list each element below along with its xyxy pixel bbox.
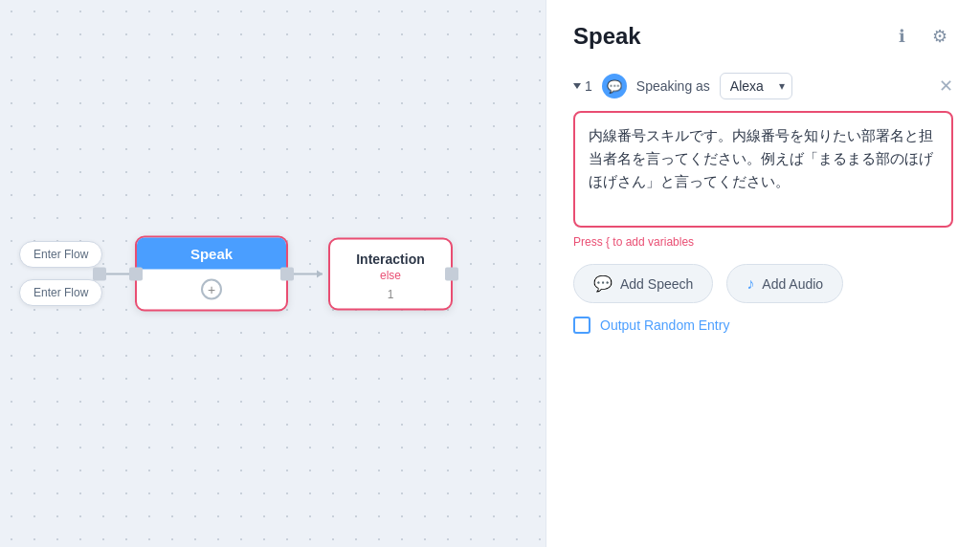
output-random-label[interactable]: Output Random Entry bbox=[600, 317, 729, 333]
speak-node-header: Speak bbox=[137, 238, 286, 270]
speak-node[interactable]: Speak + bbox=[135, 236, 288, 312]
speech-textarea[interactable] bbox=[589, 124, 938, 210]
enter-flow-group: Enter Flow Enter Flow bbox=[19, 241, 102, 306]
speak-panel: Speak ℹ ⚙ 1 💬 Speaking as Alexa Brian Am… bbox=[546, 0, 980, 547]
enter-flow-button-1[interactable]: Enter Flow bbox=[19, 241, 102, 268]
add-speech-button[interactable]: 💬 Add Speech bbox=[573, 264, 713, 303]
speech-number[interactable]: 1 bbox=[573, 78, 592, 94]
audio-icon: ♪ bbox=[746, 275, 754, 293]
flow-diagram: Speak + Interaction else 1 bbox=[93, 236, 453, 312]
speaking-as-label: Speaking as bbox=[636, 78, 710, 94]
flow-canvas: Enter Flow Enter Flow Speak + Interactio… bbox=[0, 0, 546, 547]
voice-select-wrapper: Alexa Brian Amy bbox=[720, 73, 792, 99]
interaction-node[interactable]: Interaction else 1 bbox=[328, 237, 453, 310]
speech-type-icon: 💬 bbox=[602, 74, 627, 98]
collapse-icon bbox=[573, 83, 581, 89]
arrow-2 bbox=[294, 273, 323, 274]
speech-index: 1 bbox=[585, 78, 592, 94]
add-speech-label: Add Speech bbox=[620, 276, 693, 292]
add-audio-button[interactable]: ♪ Add Audio bbox=[726, 264, 843, 303]
interaction-node-subtitle: else bbox=[340, 268, 441, 281]
action-buttons: 💬 Add Speech ♪ Add Audio bbox=[573, 264, 953, 303]
enter-flow-button-2[interactable]: Enter Flow bbox=[19, 279, 102, 306]
speech-icon: 💬 bbox=[593, 274, 612, 293]
speech-textarea-wrapper bbox=[573, 111, 953, 228]
interaction-node-badge: 1 bbox=[340, 287, 441, 300]
speak-port-left bbox=[129, 267, 143, 280]
add-audio-label: Add Audio bbox=[762, 276, 823, 292]
gear-icon-button[interactable]: ⚙ bbox=[926, 23, 953, 50]
output-random-checkbox[interactable] bbox=[573, 317, 590, 334]
panel-header: Speak ℹ ⚙ bbox=[573, 23, 953, 50]
input-port bbox=[93, 267, 106, 280]
interaction-node-title: Interaction bbox=[340, 251, 441, 266]
output-random-row: Output Random Entry bbox=[573, 317, 953, 334]
speak-add-button[interactable]: + bbox=[201, 279, 222, 300]
interaction-port-right bbox=[445, 267, 458, 280]
panel-title: Speak bbox=[573, 23, 641, 50]
speak-port-right bbox=[280, 267, 294, 280]
close-speech-button[interactable]: ✕ bbox=[939, 76, 953, 97]
variables-hint: Press { to add variables bbox=[573, 235, 953, 249]
panel-icons: ℹ ⚙ bbox=[888, 23, 953, 50]
info-icon-button[interactable]: ℹ bbox=[888, 23, 915, 50]
voice-select[interactable]: Alexa Brian Amy bbox=[720, 73, 792, 99]
speech-row: 1 💬 Speaking as Alexa Brian Amy ✕ bbox=[573, 73, 953, 99]
speak-node-body: + bbox=[137, 270, 286, 310]
